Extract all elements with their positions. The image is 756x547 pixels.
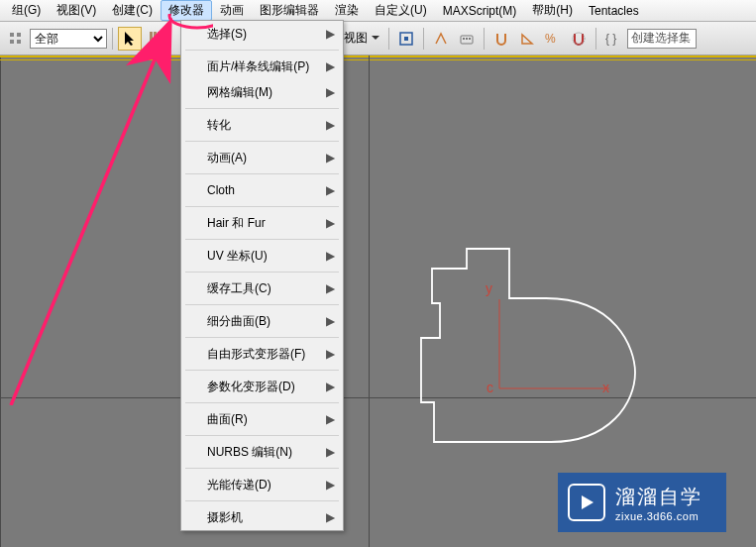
toolbar-separator (423, 28, 424, 50)
menu-separator (185, 402, 339, 403)
menu-item-radiosity[interactable]: 光能传递(D)▶ (181, 472, 343, 497)
axis-label-c: c (486, 380, 493, 395)
menu-help[interactable]: 帮助(H) (524, 0, 581, 21)
named-selset-icon[interactable]: { } (601, 27, 625, 51)
menu-item-label: 细分曲面(B) (207, 313, 270, 330)
submenu-arrow-icon: ▶ (326, 510, 335, 524)
submenu-arrow-icon: ▶ (326, 445, 335, 459)
menu-item-animation[interactable]: 动画(A)▶ (181, 145, 343, 170)
submenu-arrow-icon: ▶ (326, 183, 335, 197)
selection-filter-select[interactable]: 全部 (30, 29, 107, 49)
submenu-arrow-icon: ▶ (326, 347, 335, 361)
menu-item-ffd[interactable]: 自由形式变形器(F)▶ (181, 341, 343, 367)
menu-maxscript[interactable]: MAXScript(M) (435, 2, 525, 20)
selection-region-button[interactable] (144, 27, 167, 51)
svg-marker-18 (582, 495, 594, 509)
menu-separator (185, 337, 339, 338)
submenu-arrow-icon: ▶ (326, 249, 335, 263)
menu-item-paramdeform[interactable]: 参数化变形器(D)▶ (181, 374, 343, 399)
menu-separator (185, 272, 339, 273)
menu-item-mesh-edit[interactable]: 网格编辑(M)▶ (181, 79, 343, 105)
svg-rect-12 (469, 38, 471, 40)
menu-separator (185, 50, 339, 51)
menu-item-label: 网格编辑(M) (207, 84, 272, 101)
spline-shape (412, 244, 650, 452)
select-tool-button[interactable] (118, 27, 142, 51)
svg-text:{ }: { } (605, 32, 616, 46)
menu-separator (185, 173, 339, 174)
toolbar-separator (388, 28, 389, 50)
submenu-arrow-icon: ▶ (326, 59, 335, 73)
menu-tentacles[interactable]: Tentacles (581, 2, 647, 20)
svg-rect-2 (17, 33, 21, 37)
menu-item-label: 参数化变形器(D) (207, 379, 295, 395)
main-toolbar: 全部 视图 % { } 创建选择集 (0, 22, 756, 55)
menu-item-label: 动画(A) (207, 150, 247, 166)
submenu-arrow-icon: ▶ (326, 281, 335, 295)
svg-rect-6 (158, 32, 161, 46)
svg-rect-8 (404, 37, 408, 41)
menu-item-nurbs[interactable]: NURBS 编辑(N)▶ (181, 439, 343, 465)
submenu-arrow-icon: ▶ (326, 85, 335, 99)
spinner-snap-button[interactable] (567, 27, 591, 51)
menu-item-label: 光能传递(D) (207, 477, 271, 493)
toolbar-separator (595, 28, 596, 50)
menu-item-subdiv[interactable]: 细分曲面(B)▶ (181, 308, 343, 334)
toolbar-handle-icon[interactable] (4, 27, 28, 51)
svg-rect-1 (10, 40, 14, 44)
menu-customize[interactable]: 自定义(U) (367, 0, 435, 21)
menu-view[interactable]: 视图(V) (49, 0, 104, 21)
menu-item-label: 转化 (207, 117, 231, 134)
keyboard-shortcut-button[interactable] (455, 27, 479, 51)
menu-item-cache[interactable]: 缓存工具(C)▶ (181, 275, 343, 301)
menu-separator (185, 370, 339, 371)
menu-item-patch-spline[interactable]: 面片/样条线编辑(P)▶ (181, 54, 343, 79)
percent-snap-button[interactable]: % (541, 27, 565, 51)
menu-separator (185, 239, 339, 240)
menu-item-convert[interactable]: 转化▶ (181, 112, 343, 138)
axis-label-y: y (486, 280, 492, 296)
menu-item-camera[interactable]: 摄影机▶ (181, 504, 343, 530)
menu-item-label: NURBS 编辑(N) (207, 444, 292, 461)
snap-toggle-button[interactable] (489, 27, 513, 51)
menu-item-cloth[interactable]: Cloth▶ (181, 177, 343, 203)
svg-rect-10 (463, 38, 465, 40)
menu-item-selection[interactable]: 选择(S)▶ (181, 21, 343, 47)
angle-snap-button[interactable] (515, 27, 539, 51)
active-viewport-border (0, 55, 756, 60)
menu-grapheditor[interactable]: 图形编辑器 (252, 0, 327, 21)
menu-item-uv[interactable]: UV 坐标(U)▶ (181, 243, 343, 269)
reference-coord-select[interactable]: 视图 (340, 30, 383, 47)
viewport[interactable]: y x c 溜溜自学 zixue.3d66.com (0, 55, 756, 547)
menu-modifiers[interactable]: 修改器 (161, 0, 212, 21)
menu-item-label: 摄影机 (207, 509, 243, 526)
menu-animation[interactable]: 动画 (212, 0, 252, 21)
submenu-arrow-icon: ▶ (326, 412, 335, 426)
menu-item-label: 缓存工具(C) (207, 280, 271, 297)
menu-item-label: 选择(S) (207, 26, 247, 43)
menu-separator (185, 468, 339, 469)
menu-item-label: Hair 和 Fur (207, 215, 266, 232)
menu-item-label: UV 坐标(U) (207, 248, 268, 265)
menu-group[interactable]: 组(G) (4, 0, 49, 21)
menu-item-label: 面片/样条线编辑(P) (207, 58, 309, 75)
menu-item-surface[interactable]: 曲面(R)▶ (181, 406, 343, 432)
menu-separator (185, 435, 339, 436)
watermark-play-icon (568, 484, 605, 521)
menu-create[interactable]: 创建(C) (104, 0, 161, 21)
menu-item-hair-fur[interactable]: Hair 和 Fur▶ (181, 210, 343, 236)
menu-item-label: 自由形式变形器(F) (207, 346, 305, 363)
toolbar-separator (112, 28, 113, 50)
named-selection-set-field[interactable]: 创建选择集 (627, 29, 697, 49)
toolbar-separator (484, 28, 485, 50)
axis-gizmo (495, 299, 614, 398)
manipulate-button[interactable] (429, 27, 453, 51)
menubar: 组(G) 视图(V) 创建(C) 修改器 动画 图形编辑器 渲染 自定义(U) … (0, 0, 756, 22)
modifiers-dropdown: 选择(S)▶ 面片/样条线编辑(P)▶ 网格编辑(M)▶ 转化▶ 动画(A)▶ … (180, 20, 344, 531)
pivot-center-button[interactable] (394, 27, 418, 51)
menu-render[interactable]: 渲染 (327, 0, 367, 21)
submenu-arrow-icon: ▶ (326, 216, 335, 230)
submenu-arrow-icon: ▶ (326, 478, 335, 492)
svg-rect-4 (150, 32, 153, 46)
svg-rect-3 (17, 40, 21, 44)
